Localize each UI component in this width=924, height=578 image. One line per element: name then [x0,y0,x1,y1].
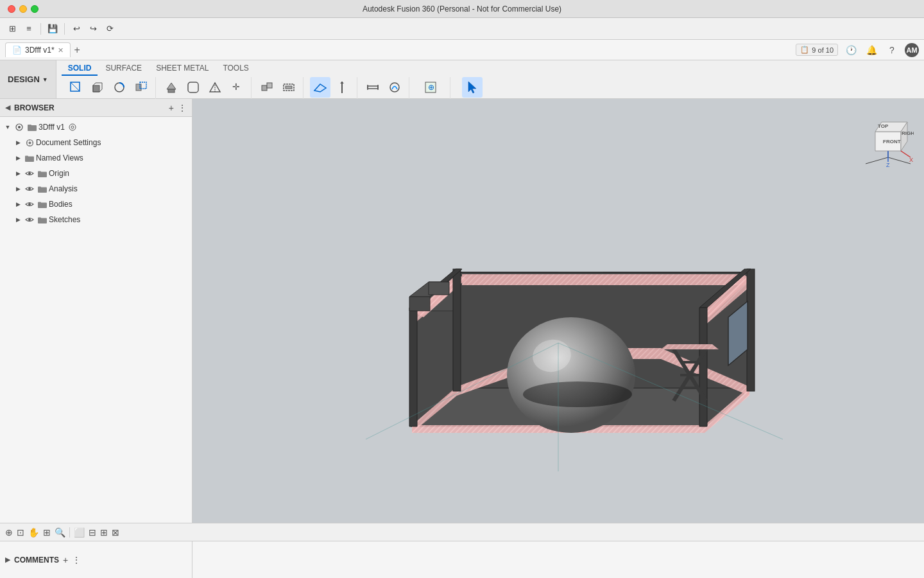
svg-rect-43 [38,171,41,173]
tab-sheet-metal[interactable]: SHEET METAL [150,62,215,76]
tab-file-icon: 📄 [12,46,22,55]
svg-marker-26 [468,82,476,93]
save-icon[interactable]: 💾 [46,22,60,36]
display-mode-icon[interactable]: ⬜ [74,527,85,538]
assemble-btn1[interactable] [257,77,277,98]
comments-add-btn[interactable]: + [63,555,68,565]
root-expand[interactable]: ▼ [3,122,13,132]
tree-root[interactable]: ▼ 3Dfff v1 [0,119,192,135]
zoom-icon[interactable]: 🔍 [55,527,65,538]
bodies-expand[interactable]: ▶ [13,199,23,209]
view-cube[interactable]: FRONT TOP RIGHT Z X [862,109,914,161]
user-avatar[interactable]: AM [905,43,919,57]
maximize-button[interactable] [31,5,38,13]
modify-move-btn[interactable]: ✛ [227,77,247,98]
snap-icon[interactable]: ⊡ [17,527,24,538]
3d-model-svg [334,118,783,504]
bodies-eye-icon[interactable] [24,199,35,209]
tab-right-controls: 📋 9 of 10 🕐 🔔 ? AM [796,42,919,58]
tab-surface[interactable]: SURFACE [99,62,148,76]
clock-icon[interactable]: 🕐 [843,42,859,58]
origin-label: Origin [49,169,69,178]
origin-expand[interactable]: ▶ [13,168,23,179]
svg-rect-8 [168,89,175,92]
inspect-analysis-btn[interactable] [384,77,405,98]
undo-arrow-icon[interactable]: ⟳ [103,22,117,36]
pan-icon[interactable]: ✋ [28,527,39,538]
svg-line-1 [71,82,80,91]
root-visibility-icon[interactable] [14,122,24,132]
construct-axis-btn[interactable] [332,77,352,98]
comments-expand-arrow[interactable]: ▶ [5,556,10,564]
bell-icon[interactable]: 🔔 [864,42,879,58]
svg-marker-83 [429,282,449,295]
svg-marker-77 [409,308,417,426]
grid-view-icon[interactable]: ⊞ [43,527,51,538]
sketches-eye-icon[interactable] [24,215,35,225]
top-toolbar: ⊞ ≡ 💾 ↩ ↪ ⟳ [0,18,924,40]
root-settings-icon[interactable] [67,122,78,132]
tab-filename: 3Dfff v1* [25,46,55,55]
doc-expand[interactable]: ▶ [13,137,23,148]
tab-solid[interactable]: SOLID [62,62,98,76]
svg-text:FRONT: FRONT [883,139,901,144]
browser-collapse-arrow[interactable]: ◀ [5,103,10,112]
browser-add-btn[interactable]: + [169,103,174,113]
select-btn[interactable] [462,77,483,98]
svg-rect-24 [425,82,436,92]
create-extrude-btn[interactable] [87,77,108,98]
create-sketch-btn[interactable] [65,77,86,98]
navigation-icon[interactable]: ⊕ [5,527,13,538]
tab-tools[interactable]: TOOLS [216,62,255,76]
analysis-expand[interactable]: ▶ [13,184,23,194]
inspect-measure-btn[interactable] [363,77,383,98]
named-views-label: Named Views [36,153,83,162]
assemble-btn2[interactable] [278,77,299,98]
help-icon[interactable]: ? [884,42,900,58]
svg-point-31 [69,124,76,130]
tree-item-origin[interactable]: ▶ Origin [0,166,192,181]
traffic-lights [8,5,38,13]
create-more-btn[interactable] [131,77,151,98]
svg-rect-49 [38,202,41,204]
design-dropdown[interactable]: DESIGN ▼ [0,60,56,98]
grid-icon2[interactable]: ⊟ [89,527,96,538]
browser-more-btn[interactable]: ⋮ [178,103,187,113]
sketches-expand[interactable]: ▶ [13,215,23,225]
construct-plane-btn[interactable] [310,77,330,98]
origin-eye-icon[interactable] [24,168,35,179]
grid-cols-icon[interactable]: ⊠ [112,527,119,538]
ribbon-tabs: SOLID SURFACE SHEET METAL TOOLS [56,60,924,98]
svg-rect-46 [38,186,41,188]
analysis-eye-icon[interactable] [24,184,35,194]
grid-icon[interactable]: ⊞ [5,22,19,36]
tree-item-doc-settings[interactable]: ▶ Document Settings [0,135,192,150]
main-area: ◀ BROWSER + ⋮ ▼ 3Dfff v1 ▶ [0,99,924,523]
inspect-icons [363,77,405,98]
modify-press-pull-btn[interactable] [161,77,182,98]
svg-point-44 [28,188,31,190]
insert-btn[interactable]: ⊕ [420,77,441,98]
create-revolve-btn[interactable] [109,77,130,98]
svg-rect-74 [453,269,461,391]
tree-item-analysis[interactable]: ▶ Analysis [0,181,192,197]
sketches-label: Sketches [49,215,80,224]
tree-item-bodies[interactable]: ▶ Bodies [0,197,192,212]
tree-item-sketches[interactable]: ▶ Sketches [0,212,192,227]
tab-add-button[interactable]: + [74,44,80,56]
close-button[interactable] [8,5,15,13]
tab-3dfff[interactable]: 📄 3Dfff v1* ✕ [5,42,71,57]
modify-fillet-btn[interactable] [183,77,203,98]
tab-close-button[interactable]: ✕ [58,46,64,55]
views-expand[interactable]: ▶ [13,153,23,163]
redo-icon[interactable]: ↪ [86,22,100,36]
comments-more-btn[interactable]: ⋮ [72,555,81,565]
table-icon[interactable]: ⊞ [100,527,108,538]
modify-shell-btn[interactable] [205,77,225,98]
undo-icon[interactable]: ↩ [69,22,83,36]
menu-icon[interactable]: ≡ [22,22,36,36]
minimize-button[interactable] [19,5,27,13]
create-icons [65,77,151,98]
tree-item-named-views[interactable]: ▶ Named Views [0,150,192,166]
3d-viewport[interactable]: FRONT TOP RIGHT Z X [193,99,924,523]
